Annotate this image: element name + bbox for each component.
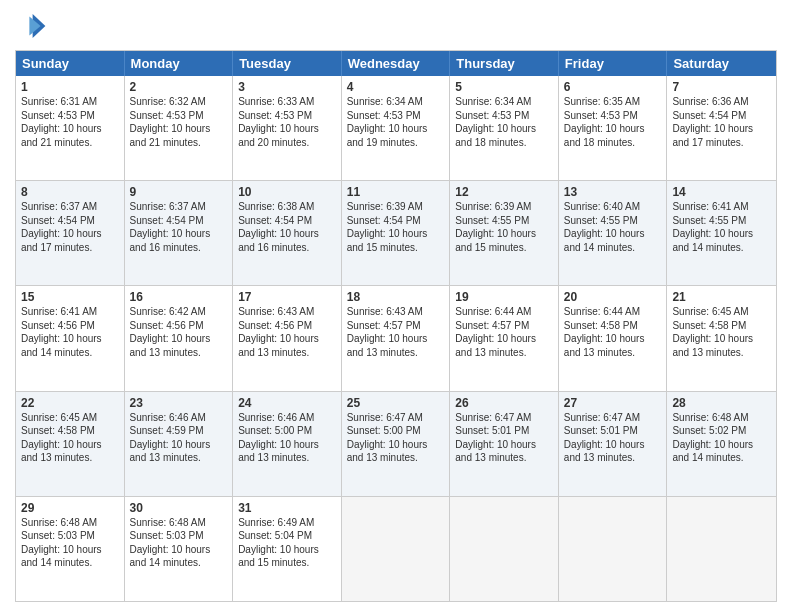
day-number: 25 — [347, 396, 445, 410]
header-day-saturday: Saturday — [667, 51, 776, 76]
day-info: Sunrise: 6:46 AM Sunset: 5:00 PM Dayligh… — [238, 411, 336, 465]
day-info: Sunrise: 6:39 AM Sunset: 4:54 PM Dayligh… — [347, 200, 445, 254]
day-cell-3: 3Sunrise: 6:33 AM Sunset: 4:53 PM Daylig… — [233, 76, 342, 180]
day-cell-5: 5Sunrise: 6:34 AM Sunset: 4:53 PM Daylig… — [450, 76, 559, 180]
day-number: 28 — [672, 396, 771, 410]
calendar: SundayMondayTuesdayWednesdayThursdayFrid… — [15, 50, 777, 602]
day-info: Sunrise: 6:47 AM Sunset: 5:01 PM Dayligh… — [564, 411, 662, 465]
day-info: Sunrise: 6:42 AM Sunset: 4:56 PM Dayligh… — [130, 305, 228, 359]
day-cell-8: 8Sunrise: 6:37 AM Sunset: 4:54 PM Daylig… — [16, 181, 125, 285]
day-number: 14 — [672, 185, 771, 199]
day-cell-13: 13Sunrise: 6:40 AM Sunset: 4:55 PM Dayli… — [559, 181, 668, 285]
header-day-friday: Friday — [559, 51, 668, 76]
day-number: 3 — [238, 80, 336, 94]
day-cell-14: 14Sunrise: 6:41 AM Sunset: 4:55 PM Dayli… — [667, 181, 776, 285]
day-cell-11: 11Sunrise: 6:39 AM Sunset: 4:54 PM Dayli… — [342, 181, 451, 285]
day-cell-6: 6Sunrise: 6:35 AM Sunset: 4:53 PM Daylig… — [559, 76, 668, 180]
header-day-sunday: Sunday — [16, 51, 125, 76]
header-day-tuesday: Tuesday — [233, 51, 342, 76]
day-cell-1: 1Sunrise: 6:31 AM Sunset: 4:53 PM Daylig… — [16, 76, 125, 180]
day-cell-7: 7Sunrise: 6:36 AM Sunset: 4:54 PM Daylig… — [667, 76, 776, 180]
day-cell-26: 26Sunrise: 6:47 AM Sunset: 5:01 PM Dayli… — [450, 392, 559, 496]
logo-icon — [15, 10, 47, 42]
day-info: Sunrise: 6:47 AM Sunset: 5:01 PM Dayligh… — [455, 411, 553, 465]
header-day-wednesday: Wednesday — [342, 51, 451, 76]
day-info: Sunrise: 6:44 AM Sunset: 4:57 PM Dayligh… — [455, 305, 553, 359]
day-info: Sunrise: 6:41 AM Sunset: 4:56 PM Dayligh… — [21, 305, 119, 359]
calendar-row-4: 29Sunrise: 6:48 AM Sunset: 5:03 PM Dayli… — [16, 496, 776, 601]
day-cell-31: 31Sunrise: 6:49 AM Sunset: 5:04 PM Dayli… — [233, 497, 342, 601]
page: SundayMondayTuesdayWednesdayThursdayFrid… — [0, 0, 792, 612]
day-number: 11 — [347, 185, 445, 199]
day-cell-4: 4Sunrise: 6:34 AM Sunset: 4:53 PM Daylig… — [342, 76, 451, 180]
day-cell-29: 29Sunrise: 6:48 AM Sunset: 5:03 PM Dayli… — [16, 497, 125, 601]
day-number: 1 — [21, 80, 119, 94]
day-info: Sunrise: 6:44 AM Sunset: 4:58 PM Dayligh… — [564, 305, 662, 359]
day-number: 5 — [455, 80, 553, 94]
day-info: Sunrise: 6:47 AM Sunset: 5:00 PM Dayligh… — [347, 411, 445, 465]
day-cell-30: 30Sunrise: 6:48 AM Sunset: 5:03 PM Dayli… — [125, 497, 234, 601]
calendar-row-0: 1Sunrise: 6:31 AM Sunset: 4:53 PM Daylig… — [16, 76, 776, 180]
day-info: Sunrise: 6:40 AM Sunset: 4:55 PM Dayligh… — [564, 200, 662, 254]
day-number: 21 — [672, 290, 771, 304]
day-info: Sunrise: 6:34 AM Sunset: 4:53 PM Dayligh… — [455, 95, 553, 149]
day-info: Sunrise: 6:48 AM Sunset: 5:03 PM Dayligh… — [130, 516, 228, 570]
day-info: Sunrise: 6:39 AM Sunset: 4:55 PM Dayligh… — [455, 200, 553, 254]
day-cell-27: 27Sunrise: 6:47 AM Sunset: 5:01 PM Dayli… — [559, 392, 668, 496]
day-number: 18 — [347, 290, 445, 304]
header — [15, 10, 777, 42]
day-cell-9: 9Sunrise: 6:37 AM Sunset: 4:54 PM Daylig… — [125, 181, 234, 285]
day-number: 17 — [238, 290, 336, 304]
day-number: 9 — [130, 185, 228, 199]
day-number: 13 — [564, 185, 662, 199]
day-cell-2: 2Sunrise: 6:32 AM Sunset: 4:53 PM Daylig… — [125, 76, 234, 180]
empty-cell — [559, 497, 668, 601]
day-info: Sunrise: 6:36 AM Sunset: 4:54 PM Dayligh… — [672, 95, 771, 149]
calendar-row-3: 22Sunrise: 6:45 AM Sunset: 4:58 PM Dayli… — [16, 391, 776, 496]
day-number: 19 — [455, 290, 553, 304]
empty-cell — [667, 497, 776, 601]
day-number: 16 — [130, 290, 228, 304]
day-info: Sunrise: 6:48 AM Sunset: 5:03 PM Dayligh… — [21, 516, 119, 570]
calendar-header: SundayMondayTuesdayWednesdayThursdayFrid… — [16, 51, 776, 76]
calendar-row-1: 8Sunrise: 6:37 AM Sunset: 4:54 PM Daylig… — [16, 180, 776, 285]
day-cell-25: 25Sunrise: 6:47 AM Sunset: 5:00 PM Dayli… — [342, 392, 451, 496]
empty-cell — [342, 497, 451, 601]
day-number: 29 — [21, 501, 119, 515]
day-number: 2 — [130, 80, 228, 94]
day-number: 23 — [130, 396, 228, 410]
day-info: Sunrise: 6:37 AM Sunset: 4:54 PM Dayligh… — [21, 200, 119, 254]
day-cell-17: 17Sunrise: 6:43 AM Sunset: 4:56 PM Dayli… — [233, 286, 342, 390]
day-cell-24: 24Sunrise: 6:46 AM Sunset: 5:00 PM Dayli… — [233, 392, 342, 496]
day-info: Sunrise: 6:45 AM Sunset: 4:58 PM Dayligh… — [672, 305, 771, 359]
day-info: Sunrise: 6:46 AM Sunset: 4:59 PM Dayligh… — [130, 411, 228, 465]
day-number: 15 — [21, 290, 119, 304]
day-number: 7 — [672, 80, 771, 94]
day-info: Sunrise: 6:43 AM Sunset: 4:57 PM Dayligh… — [347, 305, 445, 359]
day-cell-18: 18Sunrise: 6:43 AM Sunset: 4:57 PM Dayli… — [342, 286, 451, 390]
day-cell-15: 15Sunrise: 6:41 AM Sunset: 4:56 PM Dayli… — [16, 286, 125, 390]
day-cell-16: 16Sunrise: 6:42 AM Sunset: 4:56 PM Dayli… — [125, 286, 234, 390]
day-info: Sunrise: 6:32 AM Sunset: 4:53 PM Dayligh… — [130, 95, 228, 149]
day-number: 31 — [238, 501, 336, 515]
day-number: 6 — [564, 80, 662, 94]
day-info: Sunrise: 6:43 AM Sunset: 4:56 PM Dayligh… — [238, 305, 336, 359]
day-cell-19: 19Sunrise: 6:44 AM Sunset: 4:57 PM Dayli… — [450, 286, 559, 390]
calendar-row-2: 15Sunrise: 6:41 AM Sunset: 4:56 PM Dayli… — [16, 285, 776, 390]
day-info: Sunrise: 6:37 AM Sunset: 4:54 PM Dayligh… — [130, 200, 228, 254]
day-cell-12: 12Sunrise: 6:39 AM Sunset: 4:55 PM Dayli… — [450, 181, 559, 285]
day-info: Sunrise: 6:33 AM Sunset: 4:53 PM Dayligh… — [238, 95, 336, 149]
day-cell-22: 22Sunrise: 6:45 AM Sunset: 4:58 PM Dayli… — [16, 392, 125, 496]
calendar-body: 1Sunrise: 6:31 AM Sunset: 4:53 PM Daylig… — [16, 76, 776, 601]
day-number: 30 — [130, 501, 228, 515]
day-cell-28: 28Sunrise: 6:48 AM Sunset: 5:02 PM Dayli… — [667, 392, 776, 496]
day-info: Sunrise: 6:49 AM Sunset: 5:04 PM Dayligh… — [238, 516, 336, 570]
day-info: Sunrise: 6:35 AM Sunset: 4:53 PM Dayligh… — [564, 95, 662, 149]
day-number: 24 — [238, 396, 336, 410]
empty-cell — [450, 497, 559, 601]
logo — [15, 10, 51, 42]
day-info: Sunrise: 6:48 AM Sunset: 5:02 PM Dayligh… — [672, 411, 771, 465]
day-info: Sunrise: 6:31 AM Sunset: 4:53 PM Dayligh… — [21, 95, 119, 149]
day-info: Sunrise: 6:45 AM Sunset: 4:58 PM Dayligh… — [21, 411, 119, 465]
day-info: Sunrise: 6:38 AM Sunset: 4:54 PM Dayligh… — [238, 200, 336, 254]
